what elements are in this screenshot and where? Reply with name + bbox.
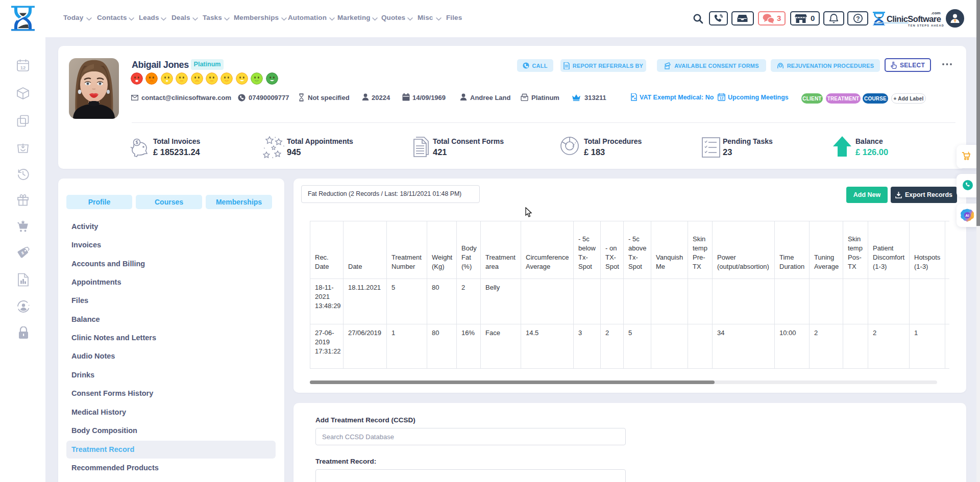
svg-text:12: 12 xyxy=(720,96,724,100)
svg-text:AI: AI xyxy=(965,213,969,218)
svg-text:12: 12 xyxy=(20,65,26,70)
svg-text:?: ? xyxy=(856,15,860,22)
